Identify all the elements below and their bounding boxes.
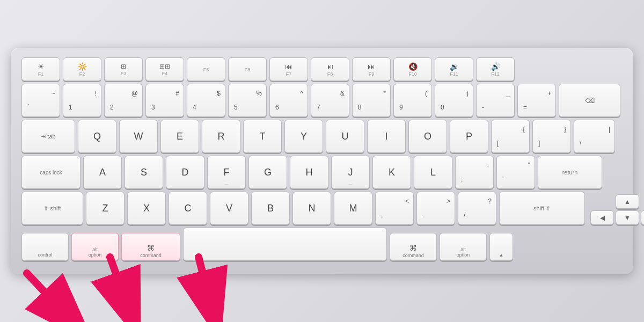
key-control[interactable]: control [21, 233, 69, 261]
key-f12[interactable]: 🔊 F12 [476, 57, 515, 81]
key-backspace[interactable]: ⌫ [559, 84, 620, 117]
key-z[interactable]: Z [86, 192, 125, 225]
keyboard: ☀ F1 🔆 F2 ⊞ F3 ⊞⊞ F4 F5 [11, 48, 633, 274]
key-arrow-up[interactable]: ▲ [616, 194, 639, 209]
key-f2[interactable]: 🔆 F2 [63, 57, 101, 81]
key-w[interactable]: W [119, 120, 158, 153]
key-q[interactable]: Q [78, 120, 116, 153]
key-e[interactable]: E [160, 120, 199, 153]
key-command-right[interactable]: ⌘ command [390, 233, 437, 261]
key-slash[interactable]: ? / [458, 192, 496, 225]
key-f6[interactable]: F6 [228, 57, 267, 81]
key-l[interactable]: L [414, 156, 452, 189]
arrow-lr-container: ◀ ▼ ▶ [590, 210, 644, 225]
key-command-left[interactable]: ⌘ command [121, 233, 180, 261]
key-backslash[interactable]: | \ [574, 120, 615, 153]
key-i[interactable]: I [367, 120, 406, 153]
key-return[interactable]: return [538, 156, 602, 189]
key-o[interactable]: O [408, 120, 447, 153]
key-f11[interactable]: 🔉 F11 [435, 57, 473, 81]
key-shift-left[interactable]: ⇧ shift [21, 192, 83, 225]
key-v[interactable]: V [210, 192, 248, 225]
key-1[interactable]: ! 1 [63, 84, 101, 117]
key-shift-right[interactable]: shift ⇧ [499, 192, 585, 225]
key-j[interactable]: J — [331, 156, 370, 189]
key-close-bracket[interactable]: } ] [532, 120, 571, 153]
key-n[interactable]: N [292, 192, 331, 225]
key-tab[interactable]: ⇥ tab [21, 120, 75, 153]
key-fn[interactable]: ▲ [489, 233, 513, 261]
fn-row: ☀ F1 🔆 F2 ⊞ F3 ⊞⊞ F4 F5 [21, 57, 623, 81]
key-p[interactable]: P [450, 120, 488, 153]
arrow-cluster: ▲ ◀ ▼ ▶ [590, 194, 644, 225]
key-equals[interactable]: + = [517, 84, 556, 117]
key-x[interactable]: X [127, 192, 166, 225]
key-f8[interactable]: ⏯ F8 [311, 57, 349, 81]
key-k[interactable]: K [372, 156, 411, 189]
key-m[interactable]: M [334, 192, 372, 225]
key-s[interactable]: S [125, 156, 163, 189]
key-0[interactable]: ) 0 [435, 84, 473, 117]
number-row: ~ ` ! 1 @ 2 # 3 $ 4 [21, 84, 623, 117]
key-arrow-left[interactable]: ◀ [590, 210, 614, 225]
arrow-up-container: ▲ [590, 194, 644, 209]
asdf-row: caps lock A S D F — G H J — K L : ; [21, 156, 623, 189]
key-7[interactable]: & 7 [311, 84, 349, 117]
key-r[interactable]: R [202, 120, 240, 153]
key-5[interactable]: % 5 [228, 84, 267, 117]
key-c[interactable]: C [169, 192, 207, 225]
key-period[interactable]: > . [416, 192, 455, 225]
key-alt-option-right[interactable]: alt option [440, 233, 487, 261]
key-alt-option-left[interactable]: alt option [71, 233, 119, 261]
key-t[interactable]: T [243, 120, 282, 153]
qwerty-row: ⇥ tab Q W E R T Y U I O P { [ } ] | \ [21, 120, 623, 153]
key-f1[interactable]: ☀ F1 [21, 57, 60, 81]
key-f9[interactable]: ⏭ F9 [352, 57, 391, 81]
key-g[interactable]: G [248, 156, 287, 189]
key-2[interactable]: @ 2 [104, 84, 143, 117]
key-space[interactable] [183, 228, 387, 261]
key-caps-lock[interactable]: caps lock [21, 156, 80, 189]
key-arrow-down[interactable]: ▼ [616, 210, 639, 225]
key-3[interactable]: # 3 [145, 84, 184, 117]
key-f7[interactable]: ⏮ F7 [269, 57, 308, 81]
key-f5[interactable]: F5 [187, 57, 225, 81]
key-8[interactable]: * 8 [352, 84, 391, 117]
key-arrow-right[interactable]: ▶ [641, 210, 644, 225]
key-comma[interactable]: < , [375, 192, 414, 225]
key-semicolon[interactable]: : ; [455, 156, 494, 189]
key-4[interactable]: $ 4 [187, 84, 225, 117]
key-d[interactable]: D [166, 156, 204, 189]
key-minus[interactable]: _ - [476, 84, 515, 117]
key-backtick[interactable]: ~ ` [21, 84, 60, 117]
key-quote[interactable]: " ' [496, 156, 535, 189]
zxcv-row: ⇧ shift Z X C V B N M < , > . ? / [21, 192, 623, 225]
key-f3[interactable]: ⊞ F3 [104, 57, 143, 81]
key-f4[interactable]: ⊞⊞ F4 [145, 57, 184, 81]
key-u[interactable]: U [326, 120, 364, 153]
key-a[interactable]: A [83, 156, 122, 189]
key-y[interactable]: Y [284, 120, 323, 153]
modifier-row: control alt option ⌘ command ⌘ command [21, 228, 623, 261]
key-h[interactable]: H [290, 156, 328, 189]
key-f[interactable]: F — [207, 156, 246, 189]
key-6[interactable]: ^ 6 [269, 84, 308, 117]
key-b[interactable]: B [251, 192, 290, 225]
key-open-bracket[interactable]: { [ [491, 120, 530, 153]
key-f10[interactable]: 🔇 F10 [393, 57, 432, 81]
key-9[interactable]: ( 9 [393, 84, 432, 117]
